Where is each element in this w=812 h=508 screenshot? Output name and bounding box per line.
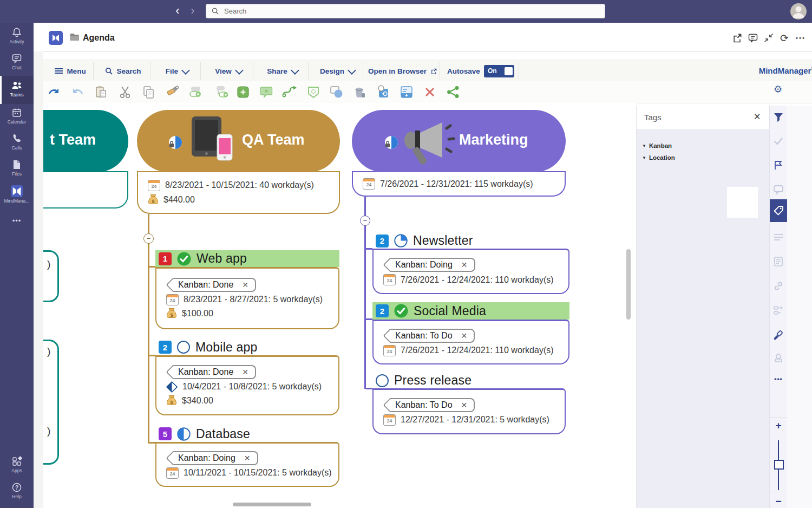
sidebar-item-help[interactable]: ? Help [0,482,34,499]
sidebar-item-calls[interactable]: Calls [0,133,34,151]
collapse-toggle[interactable]: − [143,233,154,244]
back-icon[interactable]: ‹ [172,2,183,19]
view-menu[interactable]: View [204,60,253,82]
open-in-browser-button[interactable]: Open in Browser [366,60,440,82]
search-input[interactable] [223,6,577,16]
flag-icon[interactable] [773,160,784,171]
brush-icon[interactable] [773,329,784,340]
notes-icon[interactable] [773,256,784,267]
collapse-toggle[interactable]: − [360,216,370,226]
topic-mobile-app[interactable]: 2 Mobile app [155,339,339,355]
kanban-tag[interactable]: Kanban: To Do✕ [390,329,475,343]
fill-color-icon[interactable] [352,85,366,99]
search-bar[interactable] [206,4,605,18]
add-callout-icon[interactable] [259,85,273,99]
refresh-icon[interactable]: ⟳ [778,32,790,44]
zoom-in-button[interactable]: + [773,420,784,431]
conversation-icon[interactable] [748,32,759,44]
format-painter-icon[interactable] [166,85,180,99]
newsletter-card[interactable]: Kanban: Doing✕ 24 7/26/2021 - 12/24/2021… [372,249,569,294]
open-in-window-icon[interactable] [732,32,744,44]
sidebar-item-chat[interactable]: Chat [0,53,34,70]
qa-team-node[interactable]: QA Team [137,110,340,172]
horizontal-scrollbar[interactable] [233,503,311,506]
remove-tag-icon[interactable]: ✕ [461,401,468,409]
relationship-icon[interactable] [282,85,296,99]
topic-database[interactable]: 5 Database [155,426,339,442]
kanban-tag[interactable]: Kanban: Doing✕ [390,258,475,272]
delete-icon[interactable] [423,85,437,99]
tag-group-kanban[interactable]: ▼ Kanban [642,142,672,149]
menu-button[interactable]: Menu [48,60,93,82]
left-subtopic-fragment[interactable]: ) ) [43,340,59,465]
database-card[interactable]: Kanban: Doing✕ 24 10/11/2021 - 10/15/202… [155,442,339,487]
forward-icon[interactable]: › [187,2,198,19]
share-menu[interactable]: Share [256,60,308,82]
left-subtopic-fragment[interactable]: ) [43,250,59,302]
qa-team-card[interactable]: 24 8/23/2021 - 10/15/2021: 40 workday(s)… [137,171,340,214]
more-options-icon[interactable]: ⋯ [794,32,806,44]
copy-icon[interactable] [142,85,156,99]
sidebar-item-activity[interactable]: Activity [0,27,34,44]
kanban-tag[interactable]: Kanban: Done✕ [173,278,256,292]
topic-newsletter[interactable]: 2 Newsletter [372,233,569,249]
share-icon[interactable] [446,85,460,99]
add-task-info-icon[interactable] [400,85,414,99]
sidebar-item-teams[interactable]: Teams [0,80,34,97]
kanban-tag[interactable]: Kanban: Done✕ [173,365,256,379]
marketing-card[interactable]: 24 7/26/2021 - 12/31/2021: 115 workday(s… [352,171,566,197]
add-topic-after-icon[interactable] [189,85,203,99]
remove-tag-icon[interactable]: ✕ [242,281,248,289]
settings-gear-icon[interactable]: ⚙ [771,83,785,97]
minimize-app-icon[interactable] [763,32,775,44]
sidebar-item-calendar[interactable]: Calendar [0,107,34,125]
tags-tool-active[interactable] [770,199,787,222]
kanban-tag[interactable]: Kanban: Doing✕ [173,451,258,465]
left-team-card[interactable] [43,171,128,209]
add-image-icon[interactable] [376,85,390,99]
remove-tag-icon[interactable]: ✕ [244,454,251,463]
topic-web-app[interactable]: 1 Web app [155,250,339,267]
redo-icon[interactable] [70,85,84,99]
file-menu[interactable]: File [153,60,200,82]
topic-social-media[interactable]: 2 Social Media [372,302,569,320]
search-menu-button[interactable]: Search [96,60,150,82]
remove-tag-icon[interactable]: ✕ [242,368,248,376]
vertical-scrollbar[interactable] [626,249,631,320]
mobile-app-card[interactable]: Kanban: Done✕ 10/4/2021 - 10/8/2021: 5 w… [155,355,339,415]
kanban-tag[interactable]: Kanban: To Do✕ [390,398,475,412]
cut-icon[interactable] [118,85,132,99]
avatar[interactable] [790,3,807,19]
sidebar-more-icon[interactable]: ••• [0,217,34,225]
close-icon[interactable]: ✕ [754,112,761,122]
social-media-card[interactable]: Kanban: To Do✕ 24 7/26/2021 - 12/24/2021… [372,320,569,364]
sidebar-item-apps[interactable]: Apps [0,456,34,473]
undo-icon[interactable] [47,85,61,99]
tag-group-location[interactable]: ▼ Location [642,154,675,161]
press-release-card[interactable]: Kanban: To Do✕ 24 12/27/2021 - 12/31/202… [372,388,566,434]
web-app-card[interactable]: Kanban: Done✕ 24 8/23/2021 - 8/27/2021: … [155,267,339,329]
shape-icon[interactable] [329,85,343,99]
topic-press-release[interactable]: Press release [372,373,566,388]
remove-tag-icon[interactable]: ✕ [461,331,468,340]
remove-tag-icon[interactable]: ✕ [461,260,468,269]
zoom-slider-handle[interactable] [774,460,784,470]
add-topic-icon[interactable] [236,85,250,99]
zoom-out-button[interactable]: − [773,496,784,506]
add-subtopic-icon[interactable] [213,85,227,99]
design-menu[interactable]: Design [311,60,363,82]
marketing-node[interactable]: Marketing [352,110,566,172]
stamp-icon[interactable] [773,353,784,363]
link-icon[interactable] [773,281,784,291]
checkmark-icon[interactable] [773,136,784,147]
sidebar-item-files[interactable]: Files [0,159,34,177]
filter-icon[interactable] [773,112,784,123]
boundary-icon[interactable] [306,85,320,99]
more-tools-icon[interactable]: ••• [773,375,784,386]
left-team-node[interactable]: t Team [43,110,128,172]
sidebar-item-mindmanager[interactable]: MindMana... [0,185,34,204]
map-canvas[interactable]: t Team ) ) ) 24 8/23/2021 - 10/15/2021: … [43,103,636,508]
paste-icon[interactable] [94,85,108,99]
comment-icon[interactable] [773,184,784,195]
map-parts-icon[interactable] [773,305,784,316]
